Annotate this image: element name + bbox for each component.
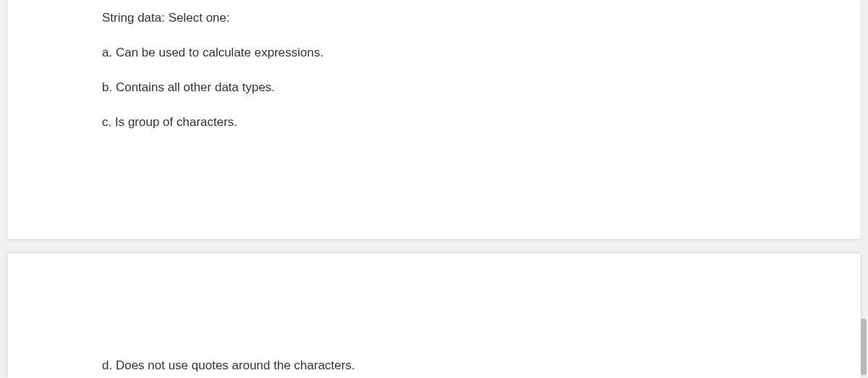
document-page-1: String data: Select one: a. Can be used …: [7, 0, 861, 239]
option-b: b. Contains all other data types.: [102, 80, 766, 95]
question-prompt: String data: Select one:: [102, 11, 766, 25]
option-d: d. Does not use quotes around the charac…: [102, 358, 766, 373]
option-a: a. Can be used to calculate expressions.: [102, 46, 766, 60]
scrollbar-thumb[interactable]: [861, 319, 867, 375]
document-page-2: d. Does not use quotes around the charac…: [7, 253, 861, 378]
option-c: c. Is group of characters.: [102, 115, 766, 130]
